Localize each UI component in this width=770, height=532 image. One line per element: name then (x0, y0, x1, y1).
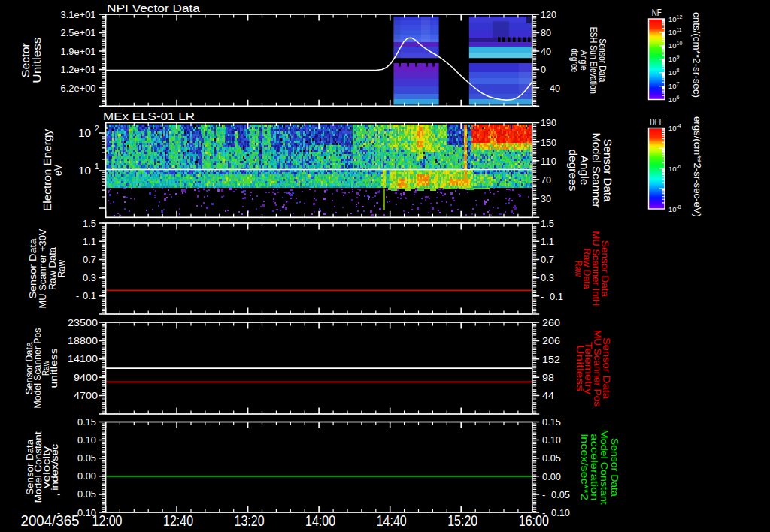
svg-text:0: 0 (541, 64, 546, 75)
svg-text:10: 10 (668, 205, 677, 213)
svg-text:0.1: 0.1 (550, 291, 563, 302)
svg-text:4700: 4700 (74, 391, 98, 401)
svg-text:-: - (541, 291, 544, 302)
svg-text:-4: -4 (677, 123, 681, 128)
svg-text:9400: 9400 (74, 373, 98, 383)
svg-text:1.1: 1.1 (541, 236, 554, 247)
svg-text:0.3: 0.3 (541, 272, 554, 283)
svg-text:6.2e+00: 6.2e+00 (61, 83, 96, 94)
svg-text:0.05: 0.05 (551, 489, 570, 500)
svg-text:2004/365: 2004/365 (21, 512, 80, 529)
svg-text:-6: -6 (677, 164, 681, 169)
svg-text:0.15: 0.15 (77, 417, 96, 428)
svg-text:1: 1 (95, 162, 99, 171)
svg-text:0.05: 0.05 (542, 452, 561, 464)
svg-text:Raw: Raw (573, 261, 584, 277)
svg-text:120: 120 (541, 9, 556, 20)
svg-text:11: 11 (677, 27, 682, 32)
svg-text:12:00: 12:00 (92, 512, 123, 529)
svg-text:incex/sec**2: incex/sec**2 (579, 434, 590, 500)
svg-text:9: 9 (677, 54, 680, 59)
svg-text:NF: NF (652, 8, 662, 18)
svg-text:-: - (541, 83, 544, 94)
svg-text:-: - (542, 489, 545, 500)
svg-text:16:00: 16:00 (519, 512, 549, 529)
svg-text:23500: 23500 (68, 318, 98, 328)
svg-text:10: 10 (677, 41, 683, 46)
svg-text:0.1: 0.1 (83, 291, 96, 301)
svg-text:3.1e+01: 3.1e+01 (61, 9, 96, 20)
svg-text:0.7: 0.7 (541, 254, 554, 265)
svg-text:0.10: 0.10 (551, 507, 570, 518)
svg-text:40: 40 (541, 46, 551, 57)
svg-text:14:40: 14:40 (377, 512, 407, 529)
svg-text:260: 260 (542, 317, 560, 328)
svg-text:1.2e+01: 1.2e+01 (61, 64, 96, 75)
svg-text:Model Scanner: Model Scanner (590, 132, 602, 207)
svg-text:Unitless: Unitless (574, 345, 586, 392)
svg-text:14100: 14100 (68, 354, 98, 364)
svg-text:10: 10 (668, 165, 677, 173)
svg-text:10: 10 (78, 165, 91, 177)
svg-text:0.15: 0.15 (542, 416, 561, 428)
svg-text:10: 10 (668, 124, 677, 132)
svg-text:10: 10 (668, 95, 677, 104)
svg-text:-: - (76, 291, 79, 301)
svg-text:206: 206 (542, 335, 560, 346)
svg-text:18800: 18800 (68, 336, 98, 346)
svg-text:NPI Vector Data: NPI Vector Data (107, 2, 201, 14)
svg-text:eV: eV (52, 164, 64, 176)
svg-text:12: 12 (677, 14, 683, 20)
svg-text:10: 10 (668, 15, 677, 23)
svg-text:0.00: 0.00 (77, 471, 96, 482)
svg-text:150: 150 (541, 137, 556, 148)
svg-text:Unitless: Unitless (31, 38, 43, 83)
svg-text:MEx ELS-01 LR: MEx ELS-01 LR (103, 110, 195, 122)
svg-text:10: 10 (668, 41, 677, 50)
svg-text:30: 30 (541, 193, 551, 204)
svg-text:Raw: Raw (56, 260, 67, 277)
svg-text:44: 44 (542, 390, 554, 401)
svg-text:80: 80 (541, 27, 551, 38)
svg-text:8: 8 (677, 68, 680, 73)
svg-text:DEF: DEF (650, 117, 663, 128)
svg-text:0.00: 0.00 (542, 471, 561, 482)
svg-text:13:20: 13:20 (235, 512, 265, 529)
svg-text:index/sec: index/sec (50, 444, 60, 491)
svg-text:10: 10 (668, 55, 677, 63)
svg-text:15:20: 15:20 (447, 512, 477, 529)
svg-text:40: 40 (550, 83, 560, 94)
svg-text:110: 110 (541, 156, 556, 167)
svg-text:1.5: 1.5 (83, 219, 96, 229)
svg-text:Angle: Angle (578, 155, 590, 185)
svg-text:-8: -8 (677, 204, 681, 210)
svg-text:unitless: unitless (49, 349, 59, 388)
svg-text:0.10: 0.10 (542, 434, 561, 446)
svg-text:Sector: Sector (20, 43, 32, 77)
svg-text:10: 10 (668, 28, 677, 36)
svg-text:ergs/(cm**2-sr-sec-eV): ergs/(cm**2-sr-sec-eV) (692, 116, 702, 217)
svg-text:1.1: 1.1 (83, 237, 96, 247)
svg-text:0.10: 0.10 (77, 435, 96, 446)
svg-text:12:40: 12:40 (163, 512, 193, 529)
svg-text:0.3: 0.3 (83, 273, 96, 283)
svg-text:2.5e+01: 2.5e+01 (61, 27, 96, 38)
svg-text:6: 6 (677, 95, 680, 100)
svg-text:98: 98 (542, 372, 554, 383)
svg-text:degrees: degrees (567, 149, 579, 191)
svg-text:70: 70 (541, 174, 551, 186)
svg-text:0.05: 0.05 (77, 453, 96, 464)
svg-text:0.7: 0.7 (83, 255, 96, 265)
svg-text:10: 10 (78, 127, 91, 139)
svg-text:1.9e+01: 1.9e+01 (61, 46, 96, 57)
svg-text:cnts/(cm**2-sr-sec): cnts/(cm**2-sr-sec) (691, 12, 702, 98)
svg-text:10: 10 (668, 82, 677, 90)
svg-text:190: 190 (541, 117, 556, 128)
svg-text:152: 152 (542, 354, 560, 365)
svg-text:2: 2 (95, 125, 99, 133)
svg-text:Sensor Data: Sensor Data (602, 138, 614, 202)
svg-text:7: 7 (677, 81, 680, 86)
svg-text:degree: degree (569, 48, 580, 72)
svg-text:1.5: 1.5 (541, 218, 554, 229)
svg-text:10: 10 (668, 68, 677, 77)
